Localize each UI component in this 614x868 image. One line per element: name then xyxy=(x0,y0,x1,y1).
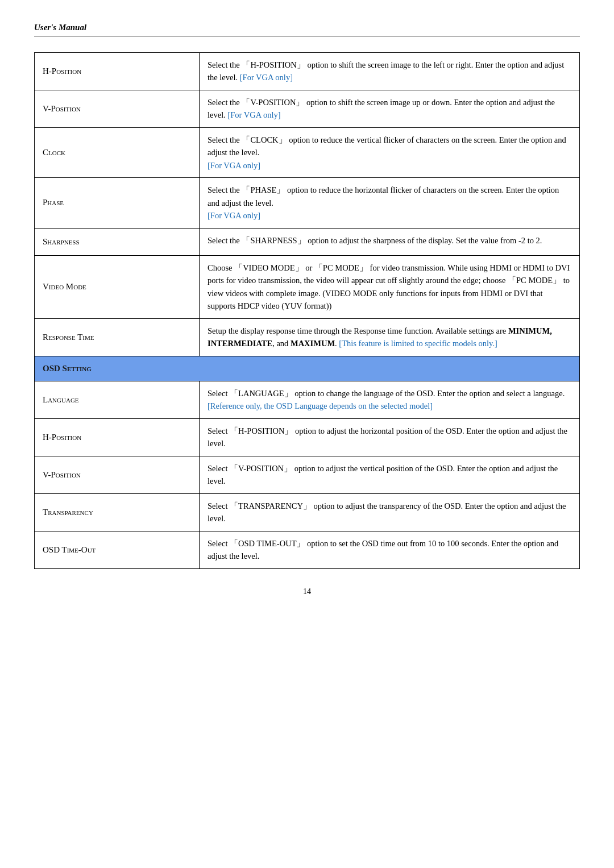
table-row: Transparency Select 「TRANSPARENCY」 optio… xyxy=(35,493,580,531)
table-row: OSD Time-Out Select 「OSD TIME-OUT」 optio… xyxy=(35,531,580,568)
blue-text: [For VGA only] xyxy=(227,110,280,119)
desc-text: Select 「H-POSITION」 option to adjust the… xyxy=(208,426,567,448)
desc-suffix: . xyxy=(335,339,337,348)
manual-title: User's Manual xyxy=(34,23,86,32)
table-row: H-Position Select the 「H-POSITION」 optio… xyxy=(35,53,580,90)
table-row: Response Time Setup the display response… xyxy=(35,318,580,356)
table-row: Phase Select the 「PHASE」 option to reduc… xyxy=(35,178,580,228)
row-desc-phase: Select the 「PHASE」 option to reduce the … xyxy=(200,178,580,228)
section-header-label: OSD Setting xyxy=(35,356,580,381)
row-desc-response-time: Setup the display response time through … xyxy=(200,318,580,356)
desc-text-pre: Setup the display response time through … xyxy=(208,326,508,335)
row-label-clock: Clock xyxy=(35,127,200,177)
desc-text: Choose 「VIDEO MODE」 or 「PC MODE」 for vid… xyxy=(208,263,570,310)
row-desc-h-position-1: Select the 「H-POSITION」 option to shift … xyxy=(200,53,580,90)
blue-text: [This feature is limited to specific mod… xyxy=(339,339,497,348)
page-header: User's Manual xyxy=(34,23,580,36)
table-row: Clock Select the 「CLOCK」 option to reduc… xyxy=(35,127,580,177)
page-number: 14 xyxy=(34,587,580,596)
row-label-video-mode: Video Mode xyxy=(35,255,200,318)
row-desc-clock: Select the 「CLOCK」 option to reduce the … xyxy=(200,127,580,177)
blue-text: [For VGA only] xyxy=(208,161,260,170)
table-row: Language Select 「LANGUAGE」 option to cha… xyxy=(35,381,580,419)
table-row: V-Position Select the 「V-POSITION」 optio… xyxy=(35,90,580,127)
row-desc-video-mode: Choose 「VIDEO MODE」 or 「PC MODE」 for vid… xyxy=(200,255,580,318)
row-label-language: Language xyxy=(35,381,200,419)
row-desc-h-position-2: Select 「H-POSITION」 option to adjust the… xyxy=(200,418,580,456)
row-desc-v-position-2: Select 「V-POSITION」 option to adjust the… xyxy=(200,456,580,493)
row-label-h-position-1: H-Position xyxy=(35,53,200,90)
desc-text: Select the 「CLOCK」 option to reduce the … xyxy=(208,135,566,157)
table-row: H-Position Select 「H-POSITION」 option to… xyxy=(35,418,580,456)
section-header-osd: OSD Setting xyxy=(35,356,580,381)
desc-text: Select 「OSD TIME-OUT」 option to set the … xyxy=(208,539,558,560)
row-label-v-position-2: V-Position xyxy=(35,456,200,493)
row-label-h-position-2: H-Position xyxy=(35,418,200,456)
blue-text: [For VGA only] xyxy=(240,73,293,82)
table-row: V-Position Select 「V-POSITION」 option to… xyxy=(35,456,580,493)
main-table: H-Position Select the 「H-POSITION」 optio… xyxy=(34,52,580,569)
row-label-v-position-1: V-Position xyxy=(35,90,200,127)
desc-text: Select 「V-POSITION」 option to adjust the… xyxy=(208,464,558,485)
desc-text: Select the 「SHARPNESS」 option to adjust … xyxy=(208,236,542,245)
desc-bold3: MAXIMUM xyxy=(291,339,335,348)
row-label-phase: Phase xyxy=(35,178,200,228)
row-label-response-time: Response Time xyxy=(35,318,200,356)
table-row: Video Mode Choose 「VIDEO MODE」 or 「PC MO… xyxy=(35,255,580,318)
desc-text: Select 「LANGUAGE」 option to change the l… xyxy=(208,389,565,398)
desc-post: , and xyxy=(272,339,291,348)
desc-text: Select 「TRANSPARENCY」 option to adjust t… xyxy=(208,501,566,523)
row-desc-osd-time-out: Select 「OSD TIME-OUT」 option to set the … xyxy=(200,531,580,568)
blue-text: [For VGA only] xyxy=(208,211,260,220)
table-row: Sharpness Select the 「SHARPNESS」 option … xyxy=(35,228,580,255)
desc-bold1: MINIMUM, xyxy=(508,326,552,335)
row-desc-transparency: Select 「TRANSPARENCY」 option to adjust t… xyxy=(200,493,580,531)
desc-text: Select the 「PHASE」 option to reduce the … xyxy=(208,185,559,207)
row-desc-language: Select 「LANGUAGE」 option to change the l… xyxy=(200,381,580,419)
blue-text: [Reference only, the OSD Language depend… xyxy=(208,401,433,410)
row-label-osd-time-out: OSD Time-Out xyxy=(35,531,200,568)
row-desc-v-position-1: Select the 「V-POSITION」 option to shift … xyxy=(200,90,580,127)
row-label-transparency: Transparency xyxy=(35,493,200,531)
desc-bold2: INTERMEDIATE xyxy=(208,339,272,348)
row-desc-sharpness: Select the 「SHARPNESS」 option to adjust … xyxy=(200,228,580,255)
row-label-sharpness: Sharpness xyxy=(35,228,200,255)
